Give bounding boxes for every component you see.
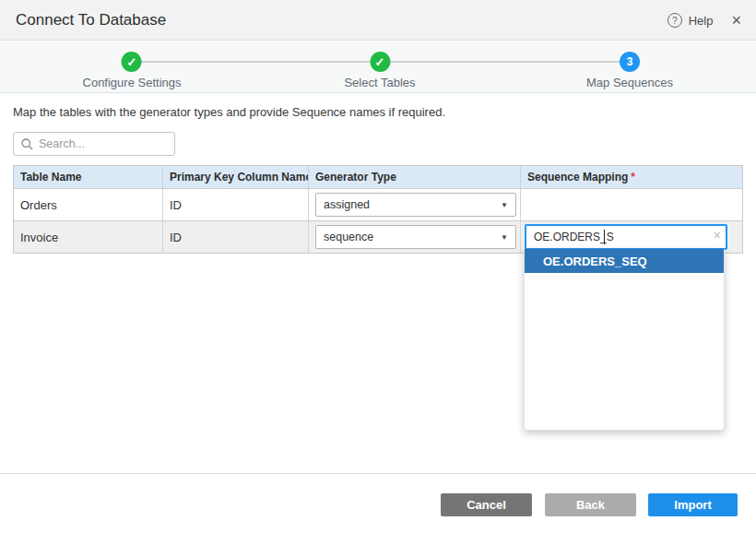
- cell-generator-type: sequence ▼: [308, 221, 520, 253]
- table-row-invoice: Invoice ID sequence ▼ ×: [14, 220, 742, 253]
- search-icon: [21, 138, 33, 150]
- generator-type-select[interactable]: sequence ▼: [315, 225, 516, 249]
- sequence-mapping-input[interactable]: [525, 224, 727, 250]
- check-icon: ✓: [127, 55, 137, 69]
- cell-table-name: Invoice: [14, 221, 162, 253]
- check-icon: ✓: [375, 55, 385, 69]
- required-asterisk: *: [631, 171, 635, 184]
- cancel-button[interactable]: Cancel: [441, 493, 532, 516]
- selected-generator-type: sequence: [324, 231, 373, 243]
- sequence-suggestion-dropdown: OE.ORDERS_SEQ: [524, 249, 725, 431]
- wizard-stepper: ✓ Configure Settings ✓ Select Tables 3 M…: [0, 41, 756, 93]
- close-icon[interactable]: ×: [731, 12, 741, 29]
- sequence-mapping-header-label: Sequence Mapping: [527, 171, 628, 184]
- step1-label: Configure Settings: [83, 76, 182, 89]
- column-header-sequence-mapping: Sequence Mapping *: [520, 166, 744, 188]
- cell-table-name: Orders: [14, 189, 162, 220]
- back-button[interactable]: Back: [545, 493, 636, 516]
- column-header-generator-type: Generator Type: [308, 166, 520, 188]
- column-header-table-name: Table Name: [14, 166, 162, 188]
- selected-generator-type: assigned: [324, 198, 370, 211]
- footer-divider: [0, 473, 756, 474]
- step-select-tables[interactable]: ✓ Select Tables: [344, 41, 415, 89]
- step2-label: Select Tables: [344, 76, 415, 89]
- step1-complete-badge: ✓: [122, 52, 142, 72]
- titlebar-actions: ? Help ×: [667, 0, 741, 41]
- help-icon[interactable]: ?: [667, 13, 682, 28]
- dialog-title: Connect To Database: [16, 11, 166, 30]
- search-box: [13, 132, 175, 156]
- step3-number: 3: [627, 55, 633, 68]
- sequence-mapping-table: Table Name Primary Key Column Name Gener…: [13, 165, 743, 254]
- column-header-primary-key: Primary Key Column Name: [162, 166, 308, 188]
- dialog-titlebar: Connect To Database ? Help ×: [0, 0, 756, 41]
- generator-type-select[interactable]: assigned ▼: [315, 193, 516, 217]
- cell-sequence-mapping: [520, 189, 744, 220]
- cell-primary-key: ID: [162, 189, 308, 220]
- table-header-row: Table Name Primary Key Column Name Gener…: [14, 166, 742, 188]
- help-link[interactable]: Help: [689, 14, 714, 28]
- help-icon-glyph: ?: [672, 16, 678, 26]
- clear-icon[interactable]: ×: [714, 229, 721, 242]
- autocomplete-option[interactable]: OE.ORDERS_SEQ: [525, 249, 724, 273]
- step3-label: Map Sequences: [586, 76, 673, 89]
- instruction-text: Map the tables with the generator types …: [13, 105, 445, 119]
- connect-to-database-dialog: Connect To Database ? Help × ✓ Configure…: [0, 0, 756, 533]
- cell-sequence-mapping: ×: [520, 221, 744, 253]
- step-map-sequences[interactable]: 3 Map Sequences: [586, 41, 673, 89]
- step2-complete-badge: ✓: [370, 52, 390, 72]
- sequence-mapping-field: ×: [525, 224, 727, 250]
- table-row-orders: Orders ID assigned ▼: [14, 188, 742, 220]
- cell-generator-type: assigned ▼: [308, 189, 520, 220]
- step-configure-settings[interactable]: ✓ Configure Settings: [83, 41, 182, 89]
- step3-active-badge: 3: [620, 52, 640, 72]
- text-cursor: [604, 230, 605, 244]
- cell-primary-key: ID: [162, 221, 308, 253]
- dropdown-arrow-icon: ▼: [501, 233, 508, 242]
- search-input[interactable]: [39, 137, 159, 150]
- import-button[interactable]: Import: [648, 493, 738, 516]
- dropdown-arrow-icon: ▼: [501, 201, 508, 209]
